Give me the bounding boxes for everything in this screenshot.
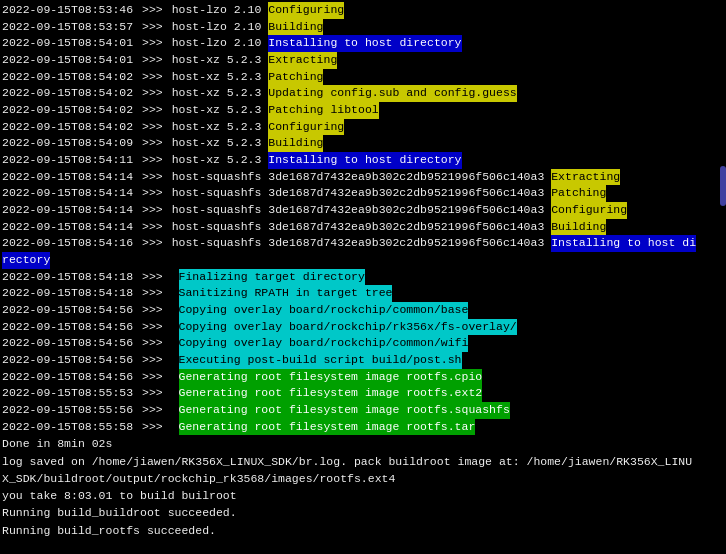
- log-message-highlight: Building: [268, 19, 323, 36]
- log-message-plain: [165, 285, 179, 302]
- log-message-plain: host-lzo 2.10: [165, 35, 269, 52]
- log-line: 2022-09-15T08:54:01 >>> host-lzo 2.10 In…: [0, 35, 726, 52]
- log-message-plain: host-xz 5.2.3: [165, 152, 269, 169]
- arrow-indicator: >>>: [135, 85, 163, 102]
- log-line: 2022-09-15T08:54:02 >>> host-xz 5.2.3 Pa…: [0, 102, 726, 119]
- arrow-indicator: >>>: [135, 102, 163, 119]
- log-line: 2022-09-15T08:55:56 >>> Generating root …: [0, 402, 726, 419]
- timestamp: 2022-09-15T08:53:57: [2, 19, 133, 36]
- log-line: 2022-09-15T08:54:01 >>> host-xz 5.2.3 Ex…: [0, 52, 726, 69]
- timestamp: 2022-09-15T08:54:56: [2, 302, 133, 319]
- footer-line: Running build_rootfs succeeded.: [0, 522, 726, 539]
- log-message-highlight: Extracting: [268, 52, 337, 69]
- log-message-highlight: Finalizing target directory: [179, 269, 365, 286]
- arrow-indicator: >>>: [135, 69, 163, 86]
- log-message-plain: [165, 269, 179, 286]
- footer-line: Running build_buildroot succeeded.: [0, 504, 726, 521]
- log-message-plain: [165, 369, 179, 386]
- arrow-indicator: >>>: [135, 385, 163, 402]
- log-message-wrap: rectory: [2, 252, 50, 269]
- log-message-plain: [165, 402, 179, 419]
- log-line: 2022-09-15T08:54:56 >>> Copying overlay …: [0, 302, 726, 319]
- log-line: 2022-09-15T08:53:57 >>> host-lzo 2.10 Bu…: [0, 19, 726, 36]
- log-message-highlight: Updating config.sub and config.guess: [268, 85, 516, 102]
- timestamp: 2022-09-15T08:54:01: [2, 52, 133, 69]
- log-line: 2022-09-15T08:54:14 >>> host-squashfs 3d…: [0, 185, 726, 202]
- log-line: 2022-09-15T08:54:56 >>> Copying overlay …: [0, 319, 726, 336]
- arrow-indicator: >>>: [135, 335, 163, 352]
- log-message-highlight: Patching: [551, 185, 606, 202]
- log-message-plain: [165, 302, 179, 319]
- timestamp: 2022-09-15T08:55:56: [2, 402, 133, 419]
- arrow-indicator: >>>: [135, 135, 163, 152]
- arrow-indicator: >>>: [135, 352, 163, 369]
- timestamp: 2022-09-15T08:54:02: [2, 119, 133, 136]
- log-line: 2022-09-15T08:53:46 >>> host-lzo 2.10 Co…: [0, 2, 726, 19]
- log-line: 2022-09-15T08:54:56 >>> Executing post-b…: [0, 352, 726, 369]
- arrow-indicator: >>>: [135, 119, 163, 136]
- timestamp: 2022-09-15T08:54:11: [2, 152, 133, 169]
- log-message-highlight: Copying overlay board/rockchip/rk356x/fs…: [179, 319, 517, 336]
- timestamp: 2022-09-15T08:54:02: [2, 102, 133, 119]
- timestamp: 2022-09-15T08:54:56: [2, 319, 133, 336]
- log-message-plain: host-squashfs 3de1687d7432ea9b302c2db952…: [165, 235, 551, 252]
- timestamp: 2022-09-15T08:54:16: [2, 235, 133, 252]
- log-message-highlight: Extracting: [551, 169, 620, 186]
- log-message-plain: host-xz 5.2.3: [165, 69, 269, 86]
- footer-line: Done in 8min 02s: [0, 435, 726, 452]
- arrow-indicator: >>>: [135, 219, 163, 236]
- log-message-plain: host-lzo 2.10: [165, 2, 269, 19]
- log-message-highlight: Installing to host di: [551, 235, 696, 252]
- timestamp: 2022-09-15T08:54:14: [2, 169, 133, 186]
- log-message-plain: host-squashfs 3de1687d7432ea9b302c2db952…: [165, 202, 551, 219]
- log-message-highlight: Generating root filesystem image rootfs.…: [179, 419, 476, 436]
- log-message-plain: host-xz 5.2.3: [165, 52, 269, 69]
- log-message-highlight: Generating root filesystem image rootfs.…: [179, 369, 483, 386]
- log-message-plain: host-xz 5.2.3: [165, 85, 269, 102]
- log-message-highlight: Installing to host directory: [268, 152, 461, 169]
- log-message-highlight: Configuring: [268, 2, 344, 19]
- timestamp: 2022-09-15T08:54:02: [2, 69, 133, 86]
- log-message-plain: host-xz 5.2.3: [165, 119, 269, 136]
- log-message-highlight: Configuring: [268, 119, 344, 136]
- arrow-indicator: >>>: [135, 235, 163, 252]
- log-message-highlight: Building: [551, 219, 606, 236]
- log-message-highlight: Generating root filesystem image rootfs.…: [179, 402, 510, 419]
- arrow-indicator: >>>: [135, 52, 163, 69]
- terminal: 2022-09-15T08:53:46 >>> host-lzo 2.10 Co…: [0, 0, 726, 554]
- log-line: 2022-09-15T08:54:02 >>> host-xz 5.2.3 Up…: [0, 85, 726, 102]
- arrow-indicator: >>>: [135, 169, 163, 186]
- log-line: 2022-09-15T08:54:09 >>> host-xz 5.2.3 Bu…: [0, 135, 726, 152]
- arrow-indicator: >>>: [135, 2, 163, 19]
- log-line: 2022-09-15T08:54:18 >>> Sanitizing RPATH…: [0, 285, 726, 302]
- log-line: 2022-09-15T08:55:58 >>> Generating root …: [0, 419, 726, 436]
- timestamp: 2022-09-15T08:55:53: [2, 385, 133, 402]
- log-message-plain: [165, 419, 179, 436]
- footer-line: you take 8:03.01 to build builroot: [0, 487, 726, 504]
- log-line: 2022-09-15T08:54:11 >>> host-xz 5.2.3 In…: [0, 152, 726, 169]
- log-line: 2022-09-15T08:54:14 >>> host-squashfs 3d…: [0, 169, 726, 186]
- log-message-plain: [165, 335, 179, 352]
- arrow-indicator: >>>: [135, 185, 163, 202]
- timestamp: 2022-09-15T08:54:01: [2, 35, 133, 52]
- timestamp: 2022-09-15T08:54:56: [2, 335, 133, 352]
- log-message-plain: [165, 352, 179, 369]
- scrollbar[interactable]: [720, 166, 726, 206]
- log-message-plain: host-xz 5.2.3: [165, 102, 269, 119]
- timestamp: 2022-09-15T08:54:14: [2, 202, 133, 219]
- log-message-plain: [165, 319, 179, 336]
- arrow-indicator: >>>: [135, 202, 163, 219]
- log-message-highlight: Executing post-build script build/post.s…: [179, 352, 462, 369]
- arrow-indicator: >>>: [135, 285, 163, 302]
- log-message-highlight: Installing to host directory: [268, 35, 461, 52]
- arrow-indicator: >>>: [135, 35, 163, 52]
- timestamp: 2022-09-15T08:54:09: [2, 135, 133, 152]
- arrow-indicator: >>>: [135, 152, 163, 169]
- arrow-indicator: >>>: [135, 369, 163, 386]
- log-message-plain: host-squashfs 3de1687d7432ea9b302c2db952…: [165, 169, 551, 186]
- log-message-highlight: Generating root filesystem image rootfs.…: [179, 385, 483, 402]
- arrow-indicator: >>>: [135, 269, 163, 286]
- log-line: 2022-09-15T08:54:56 >>> Copying overlay …: [0, 335, 726, 352]
- timestamp: 2022-09-15T08:54:18: [2, 285, 133, 302]
- log-line-wrap: rectory: [0, 252, 726, 269]
